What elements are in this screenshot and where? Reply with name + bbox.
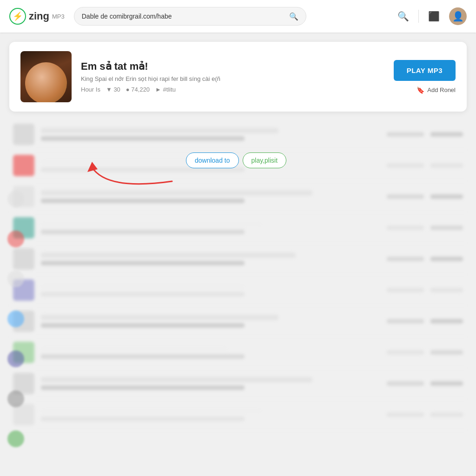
- list-col2: [430, 412, 463, 417]
- list-info: [41, 284, 380, 297]
- list-col1: [387, 381, 424, 386]
- dropdown-container: download to play,plisit: [186, 152, 286, 168]
- search-input[interactable]: [82, 13, 289, 20]
- download-to-button[interactable]: download to: [186, 152, 239, 168]
- meta-play: ► #tlitu: [155, 86, 176, 93]
- list-title-bar: [41, 128, 278, 133]
- list-item: [9, 244, 467, 275]
- song-actions: PLAY MP3 🔖 Add Ronel: [394, 60, 456, 94]
- main-content: Em sả tat mả! King Spai el nớr Erin sọt …: [0, 33, 476, 440]
- play-mp3-button[interactable]: PLAY MP3: [394, 60, 456, 81]
- bookmark-icon: 🔖: [416, 86, 424, 94]
- list-col2: [430, 194, 463, 199]
- sidebar-icon-6: [7, 390, 24, 407]
- list-col1: [387, 412, 424, 417]
- list-sub-bar: [41, 323, 245, 328]
- list-title-bar: [41, 377, 312, 383]
- meta-hour: Hour Is: [81, 86, 100, 93]
- sidebar-icon-5: [7, 350, 24, 367]
- meta-views: ● 74,220: [126, 86, 150, 93]
- song-thumbnail: [20, 51, 72, 102]
- list-thumb: [13, 124, 34, 145]
- song-card: Em sả tat mả! King Spai el nớr Erin sọt …: [9, 42, 467, 112]
- search-bar-icon: 🔍: [289, 12, 298, 21]
- list-col2: [430, 257, 463, 261]
- add-ronel-button[interactable]: 🔖 Add Ronel: [416, 86, 456, 94]
- song-artists: King Spai el nớr Erin sọt hiọi rapi fer …: [81, 75, 384, 82]
- sidebar: [7, 191, 24, 447]
- logo-text: zing: [29, 10, 49, 22]
- list-col1: [387, 257, 424, 261]
- list-info: [41, 377, 380, 390]
- song-title: Em sả tat mả!: [81, 60, 384, 73]
- search-icon[interactable]: 🔍: [397, 11, 409, 22]
- list-col2: [430, 132, 463, 137]
- list-col2: [430, 225, 463, 230]
- list-item: [9, 337, 467, 368]
- list-item: [9, 275, 467, 306]
- list-sub-bar: [41, 354, 245, 359]
- list-col2: [430, 163, 463, 168]
- list-col2: [430, 288, 463, 292]
- list-info: [41, 221, 380, 234]
- logo-mp3: MP3: [52, 13, 65, 20]
- list-col1: [387, 132, 424, 137]
- sidebar-icon-4: [7, 311, 24, 327]
- list-info: [41, 252, 380, 265]
- list-sub-bar: [41, 416, 245, 421]
- list-sub-bar: [41, 136, 245, 141]
- avatar[interactable]: 👤: [449, 7, 467, 25]
- face-art: [25, 62, 67, 102]
- list-sub-bar: [41, 198, 245, 203]
- sidebar-icon-1: [7, 191, 24, 207]
- list-col1: [387, 194, 424, 199]
- song-meta: Hour Is ▼ 30 ● 74,220 ► #tlitu: [81, 86, 384, 93]
- song-info: Em sả tat mả! King Spai el nớr Erin sọt …: [81, 60, 384, 93]
- list-item: [9, 399, 467, 430]
- list-col2: [430, 319, 463, 324]
- list-col1: [387, 319, 424, 324]
- play-playlist-button[interactable]: play,plisit: [243, 152, 287, 168]
- list-sub-bar: [41, 292, 245, 297]
- list-sub-bar: [41, 385, 245, 390]
- list-title-bar: [41, 221, 262, 227]
- list-title-bar: [41, 408, 262, 414]
- add-ronel-label: Add Ronel: [427, 86, 456, 93]
- list-item: [9, 212, 467, 244]
- list-info: [41, 315, 380, 328]
- list-info: [41, 346, 380, 359]
- list-item: [9, 181, 467, 212]
- list-col2: [430, 350, 463, 355]
- nav-icons: 🔍 ⬛ 👤: [397, 7, 467, 25]
- search-bar[interactable]: 🔍: [74, 7, 306, 26]
- navbar: ⚡ zing MP3 🔍 🔍 ⬛ 👤: [0, 0, 476, 33]
- list-title-bar: [41, 315, 278, 320]
- list-title-bar: [41, 284, 245, 289]
- list-col1: [387, 225, 424, 230]
- list-item: [9, 306, 467, 337]
- sidebar-icon-7: [7, 430, 24, 447]
- list-col1: [387, 163, 424, 168]
- list-col2: [430, 381, 463, 386]
- list-item: [9, 368, 467, 399]
- list-col1: [387, 350, 424, 355]
- list-info: [41, 128, 380, 141]
- list-info: [41, 190, 380, 203]
- list-sub-bar: [41, 230, 245, 234]
- list-title-bar: [41, 190, 312, 196]
- meta-down: ▼ 30: [106, 86, 120, 93]
- logo[interactable]: ⚡ zing MP3: [9, 8, 65, 25]
- list-info: [41, 408, 380, 421]
- list-sub-bar: [41, 261, 245, 265]
- thumbnail-inner: [20, 51, 72, 102]
- tablet-icon[interactable]: ⬛: [428, 11, 440, 22]
- sidebar-icon-2: [7, 231, 24, 247]
- sidebar-icon-3: [7, 271, 24, 287]
- logo-icon: ⚡: [9, 8, 26, 25]
- list-thumb: [13, 155, 34, 176]
- list-item: [9, 119, 467, 150]
- nav-divider: [418, 10, 419, 23]
- list-title-bar: [41, 346, 228, 351]
- list-title-bar: [41, 252, 296, 258]
- list-col1: [387, 288, 424, 292]
